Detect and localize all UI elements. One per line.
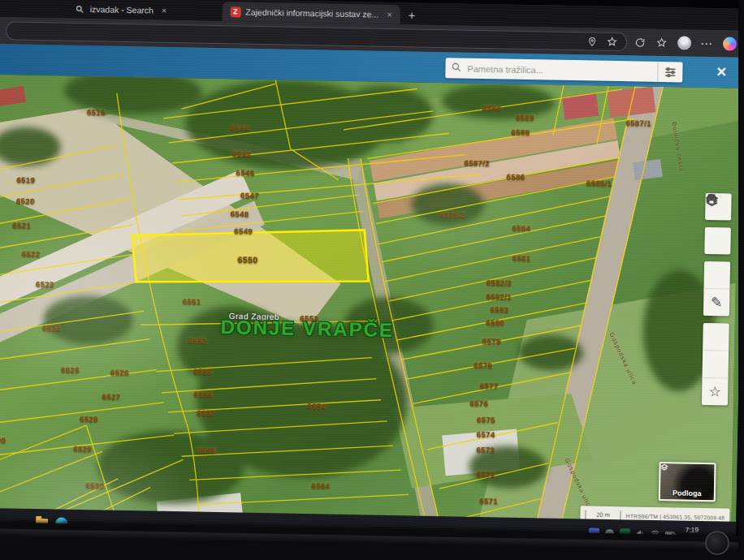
monitor-photo: izvadak - Search × Z Zajednički informac… [0, 0, 744, 560]
print-button[interactable] [703, 350, 729, 378]
profile-avatar[interactable] [677, 36, 691, 50]
favorites-icon[interactable] [655, 37, 668, 49]
favorite-star-button[interactable]: ☆ [702, 377, 729, 406]
tab-close-icon[interactable]: × [162, 6, 167, 15]
new-tab-button[interactable]: + [408, 8, 415, 24]
draw-pencil-button[interactable]: ✎ [703, 288, 730, 317]
search-icon [451, 61, 461, 75]
tab-search[interactable]: izvadak - Search × [66, 0, 175, 20]
smart-search-box[interactable]: Pametna tražilica... [445, 58, 682, 82]
map-tools: ✎ ☆ [702, 193, 732, 406]
layers-button[interactable] [704, 227, 731, 255]
basemap-label: Podloga [673, 489, 702, 498]
search-filter-button[interactable] [657, 62, 682, 83]
collections-icon[interactable] [634, 36, 646, 48]
zis-favicon-icon: Z [230, 6, 240, 17]
monitor-bezel-right [738, 0, 744, 560]
3d-view-button[interactable] [703, 323, 729, 351]
region-label: DONJE VRAPČE [220, 316, 394, 342]
toolbar-right: ··· [634, 35, 737, 50]
bookmark-star-icon[interactable] [606, 36, 618, 48]
screen: izvadak - Search × Z Zajednički informac… [0, 0, 744, 553]
basemap-switcher[interactable]: Podloga [659, 462, 716, 502]
tab-title: Zajednički informacijski sustav ze... [245, 7, 378, 19]
location-pin-icon[interactable] [586, 35, 598, 47]
zoom-search-button[interactable] [704, 261, 731, 289]
map-canvas[interactable]: 6518651965206521652265236524652565266527… [0, 75, 744, 545]
search-placeholder: Pametna tražilica... [467, 63, 657, 76]
menu-dots-icon[interactable]: ··· [701, 37, 713, 50]
highlighted-parcel-6550 [132, 226, 370, 286]
search-favicon-icon [75, 3, 85, 14]
monitor-power-button [705, 531, 729, 555]
aerial-imagery [0, 75, 739, 545]
tab-close-icon[interactable]: × [387, 10, 392, 19]
tab-title: izvadak - Search [90, 4, 154, 15]
search-close-button[interactable]: × [716, 62, 727, 81]
copilot-icon[interactable] [723, 37, 737, 50]
